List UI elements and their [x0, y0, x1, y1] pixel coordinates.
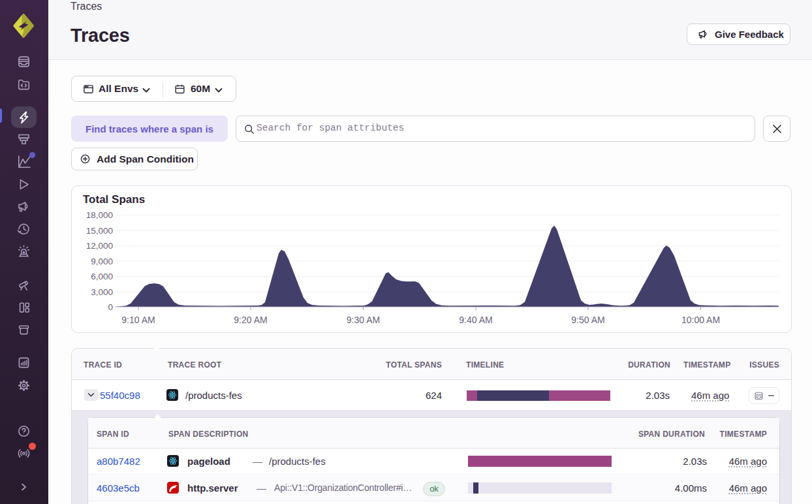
svg-text:12,000: 12,000: [86, 241, 113, 251]
svg-text:3,000: 3,000: [91, 287, 113, 297]
svg-text:9,000: 9,000: [91, 257, 113, 266]
svg-text:15,000: 15,000: [86, 226, 113, 236]
svg-text:9:40 AM: 9:40 AM: [459, 315, 492, 325]
svg-text:10:00 AM: 10:00 AM: [681, 315, 720, 325]
svg-text:18,000: 18,000: [86, 210, 113, 220]
svg-text:0: 0: [108, 302, 113, 312]
svg-text:6,000: 6,000: [91, 272, 113, 281]
svg-text:9:30 AM: 9:30 AM: [347, 315, 380, 325]
svg-text:9:50 AM: 9:50 AM: [571, 315, 604, 325]
svg-text:9:10 AM: 9:10 AM: [121, 315, 155, 325]
svg-text:9:20 AM: 9:20 AM: [234, 315, 267, 325]
